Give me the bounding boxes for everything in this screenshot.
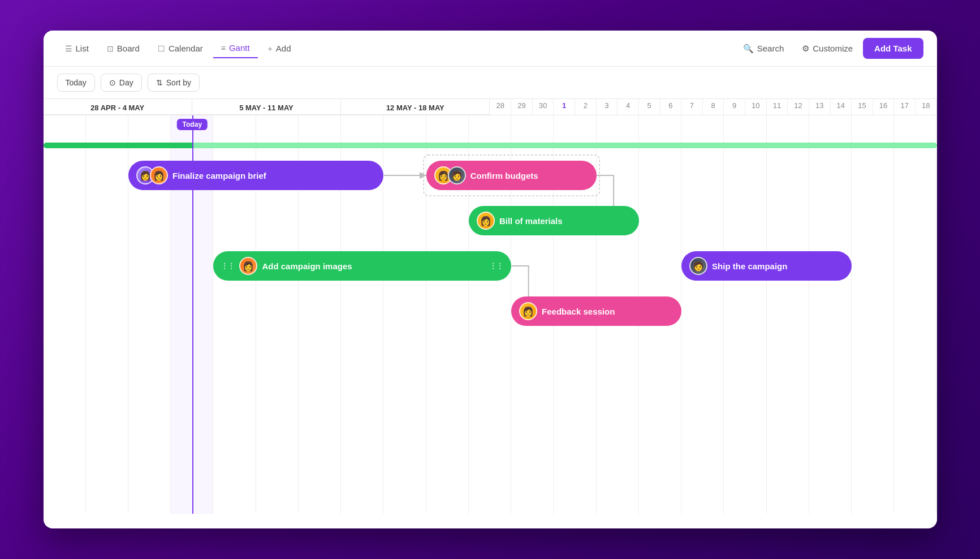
day-cell-1: 1 <box>554 99 575 115</box>
avatar-orange: 👩 <box>150 166 168 184</box>
nav-add-label: Add <box>276 44 291 53</box>
board-icon: ⊡ <box>107 44 114 53</box>
sort-button[interactable]: ⇅ Sort by <box>148 74 200 92</box>
gantt-header: 28 APR - 4 MAY5 MAY - 11 MAY12 MAY - 18 … <box>44 99 937 115</box>
customize-label: Customize <box>813 44 853 53</box>
task-label-feedback-session: Feedback session <box>542 307 615 316</box>
today-button[interactable]: Today <box>57 74 95 92</box>
task-label-confirm-budgets: Confirm budgets <box>470 171 538 180</box>
day-cell-7: 7 <box>681 99 703 115</box>
search-button[interactable]: 🔍 Search <box>735 39 792 58</box>
day-cell-29: 29 <box>511 99 533 115</box>
avatar-group: 👩👩 <box>136 166 168 184</box>
gantt-container: 28 APR - 4 MAY5 MAY - 11 MAY12 MAY - 18 … <box>44 99 937 528</box>
gantt-body: Today👩👩Finalize campaign brief👩🧑Confirm … <box>44 115 937 514</box>
day-cell-5: 5 <box>639 99 660 115</box>
week-label-1: 5 MAY - 11 MAY <box>192 99 341 114</box>
search-icon: 🔍 <box>743 44 754 54</box>
grid-col-17 <box>852 115 894 514</box>
grid-col-29 <box>86 115 128 514</box>
task-bar-add-campaign-images[interactable]: ⋮⋮👩Add campaign images⋮⋮ <box>213 251 511 281</box>
customize-button[interactable]: ⚙ Customize <box>794 39 861 58</box>
avatar-group: 👩 <box>239 257 257 275</box>
avatar-dark: 🧑 <box>448 166 466 184</box>
nav-gantt-label: Gantt <box>229 43 250 53</box>
grid-col-14 <box>724 115 766 514</box>
task-bar-ship-the-campaign[interactable]: 🧑Ship the campaign <box>681 251 852 281</box>
grid-col-18 <box>894 115 936 514</box>
task-label-ship-the-campaign: Ship the campaign <box>712 261 787 271</box>
task-bar-confirm-budgets[interactable]: 👩🧑Confirm budgets <box>426 161 597 190</box>
day-label: Day <box>119 78 133 87</box>
day-cell-2: 2 <box>575 99 597 115</box>
gear-icon: ⚙ <box>802 44 809 54</box>
progress-bar-done <box>44 143 192 148</box>
grid-col-16 <box>809 115 852 514</box>
nav-calendar-label: Calendar <box>169 44 203 53</box>
day-cell-12: 12 <box>788 99 809 115</box>
progress-bar-remaining <box>192 143 937 148</box>
drag-handle-left[interactable]: ⋮⋮ <box>221 262 235 270</box>
grid-col-13 <box>681 115 724 514</box>
task-label-add-campaign-images: Add campaign images <box>262 261 352 271</box>
day-cell-13: 13 <box>809 99 831 115</box>
sort-icon: ⇅ <box>156 78 163 87</box>
task-bar-feedback-session[interactable]: 👩Feedback session <box>511 296 681 326</box>
toolbar: Today ⊙ Day ⇅ Sort by <box>44 67 937 99</box>
gantt-icon: ≡ <box>221 44 226 53</box>
nav-gantt[interactable]: ≡ Gantt <box>213 38 258 58</box>
add-task-button[interactable]: Add Task <box>863 38 923 59</box>
list-icon: ☰ <box>65 44 72 53</box>
nav-list[interactable]: ☰ List <box>57 39 97 58</box>
nav-list-label: List <box>76 44 89 53</box>
grid-col-28 <box>44 115 86 514</box>
nav-board-label: Board <box>117 44 140 53</box>
day-cell-14: 14 <box>831 99 852 115</box>
day-cell-11: 11 <box>767 99 788 115</box>
day-cell-10: 10 <box>745 99 767 115</box>
sort-label: Sort by <box>166 78 191 87</box>
task-label-finalize-campaign-brief: Finalize campaign brief <box>172 171 266 180</box>
top-nav: ☰ List ⊡ Board ☐ Calendar ≡ Gantt + Add … <box>44 31 937 67</box>
week-label-2: 12 MAY - 18 MAY <box>341 99 490 114</box>
day-cell-16: 16 <box>873 99 895 115</box>
avatar-group: 👩🧑 <box>434 166 466 184</box>
day-button[interactable]: ⊙ Day <box>101 74 142 92</box>
day-cell-4: 4 <box>618 99 639 115</box>
task-bar-bill-of-materials[interactable]: 👩Bill of materials <box>469 206 639 235</box>
avatar-group: 👩 <box>477 212 495 230</box>
task-bar-finalize-campaign-brief[interactable]: 👩👩Finalize campaign brief <box>128 161 383 190</box>
app-window: ☰ List ⊡ Board ☐ Calendar ≡ Gantt + Add … <box>44 31 937 528</box>
add-icon: + <box>268 44 273 53</box>
calendar-icon: ☐ <box>158 44 165 53</box>
week-label-0: 28 APR - 4 MAY <box>44 99 192 114</box>
grid-col-6 <box>383 115 426 514</box>
day-cell-15: 15 <box>852 99 873 115</box>
search-label: Search <box>757 44 784 53</box>
avatar-blonde: 👩 <box>477 212 495 230</box>
nav-board[interactable]: ⊡ Board <box>99 39 148 58</box>
avatar-blonde: 👩 <box>519 302 537 320</box>
day-icon: ⊙ <box>109 78 116 87</box>
avatar-orange: 👩 <box>239 257 257 275</box>
grid-col-15 <box>767 115 809 514</box>
day-cell-18: 18 <box>916 99 937 115</box>
day-cell-8: 8 <box>703 99 724 115</box>
avatar-dark: 🧑 <box>689 257 707 275</box>
day-cell-6: 6 <box>660 99 682 115</box>
task-label-bill-of-materials: Bill of materials <box>499 216 563 226</box>
day-cell-3: 3 <box>597 99 618 115</box>
day-cell-28: 28 <box>490 99 512 115</box>
nav-calendar[interactable]: ☐ Calendar <box>150 39 211 58</box>
avatar-group: 🧑 <box>689 257 707 275</box>
day-cell-30: 30 <box>533 99 554 115</box>
day-cell-17: 17 <box>894 99 916 115</box>
avatar-group: 👩 <box>519 302 537 320</box>
today-badge: Today <box>177 119 208 130</box>
drag-handle-right[interactable]: ⋮⋮ <box>490 262 503 270</box>
day-cell-9: 9 <box>724 99 745 115</box>
nav-add[interactable]: + Add <box>260 39 299 58</box>
